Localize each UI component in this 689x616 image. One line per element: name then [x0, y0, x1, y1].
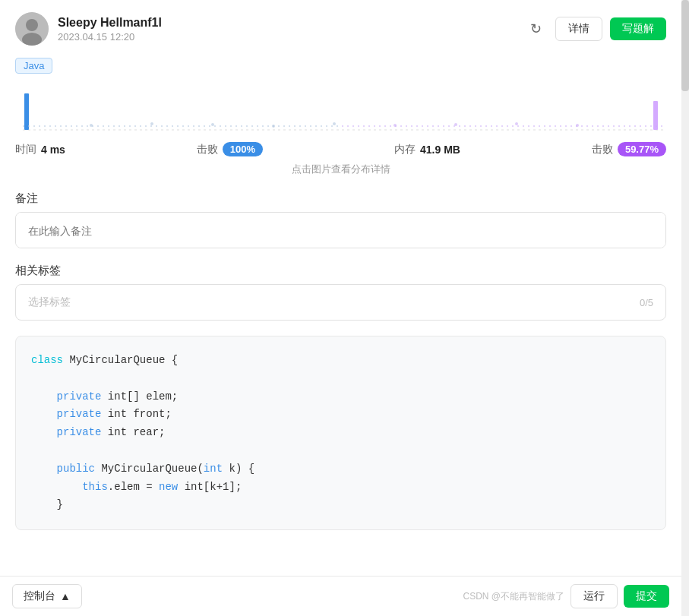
- code-line-9: }: [31, 496, 650, 514]
- memory-value: 41.9 MB: [420, 144, 460, 156]
- time-value: 4 ms: [41, 144, 65, 156]
- time-label: 时间: [15, 143, 36, 156]
- notes-label: 备注: [15, 191, 666, 206]
- code-line-4: private int front;: [31, 406, 650, 424]
- defeat1-stat: 击败 100%: [197, 142, 263, 156]
- scrollbar-thumb[interactable]: [681, 0, 689, 91]
- console-label: 控制台: [24, 589, 55, 603]
- svg-point-9: [333, 122, 336, 125]
- tags-label: 相关标签: [15, 264, 666, 278]
- console-chevron-icon: ▲: [60, 590, 71, 602]
- header: Sleepy Hellmanf1l 2023.04.15 12:20 ↻ 详情 …: [15, 12, 666, 46]
- header-actions: ↻ 详情 写题解: [524, 17, 666, 41]
- tags-placeholder: 选择标签: [28, 295, 71, 309]
- code-editor[interactable]: class MyCircularQueue { private int[] el…: [15, 336, 666, 530]
- code-line-5: private int rear;: [31, 424, 650, 442]
- timestamp: 2023.04.15 12:20: [58, 31, 162, 43]
- code-line-1: class MyCircularQueue {: [31, 352, 650, 370]
- detail-button[interactable]: 详情: [555, 17, 602, 41]
- defeat2-badge: 59.77%: [618, 142, 666, 156]
- code-line-2: [31, 370, 650, 388]
- chart-container: [15, 86, 666, 139]
- code-line-3: private int[] elem;: [31, 388, 650, 406]
- bottom-bar: 控制台 ▲ CSDN @不能再智能做了 运行 提交: [0, 576, 681, 616]
- svg-point-7: [211, 123, 214, 126]
- memory-stat: 内存 41.9 MB: [394, 143, 460, 156]
- submit-button[interactable]: 提交: [624, 585, 669, 608]
- chart-hint[interactable]: 点击图片查看分布详情: [15, 163, 666, 176]
- defeat2-stat: 击败 59.77%: [592, 142, 666, 156]
- chart-svg: [15, 86, 666, 139]
- refresh-button[interactable]: ↻: [524, 17, 548, 40]
- bottom-right-actions: CSDN @不能再智能做了 运行 提交: [463, 584, 669, 608]
- chart-area[interactable]: 时间 4 ms 击败 100% 内存 41.9 MB 击败 59.77%: [15, 86, 666, 176]
- code-line-7: public MyCircularQueue(int k) {: [31, 460, 650, 479]
- notes-input[interactable]: [15, 212, 666, 248]
- console-button[interactable]: 控制台 ▲: [12, 584, 82, 608]
- username: Sleepy Hellmanf1l: [58, 16, 162, 30]
- user-info: Sleepy Hellmanf1l 2023.04.15 12:20: [15, 12, 162, 46]
- time-stat: 时间 4 ms: [15, 143, 65, 156]
- stats-row: 时间 4 ms 击败 100% 内存 41.9 MB 击败 59.77%: [15, 142, 666, 156]
- code-line-8: this.elem = new int[k+1];: [31, 479, 650, 497]
- svg-point-11: [454, 123, 457, 126]
- defeat1-label: 击败: [197, 143, 218, 156]
- defeat2-label: 击败: [592, 143, 613, 156]
- avatar: [15, 12, 49, 46]
- scrollbar[interactable]: [681, 0, 689, 616]
- user-text: Sleepy Hellmanf1l 2023.04.15 12:20: [58, 16, 162, 43]
- defeat1-badge: 100%: [223, 142, 263, 156]
- tags-select[interactable]: 选择标签 0/5: [15, 284, 666, 321]
- csdn-watermark: CSDN @不能再智能做了: [463, 590, 564, 603]
- write-solution-button[interactable]: 写题解: [610, 17, 666, 40]
- run-button[interactable]: 运行: [570, 584, 618, 608]
- memory-label: 内存: [394, 143, 416, 156]
- svg-point-6: [150, 122, 153, 125]
- tags-count: 0/5: [640, 297, 653, 308]
- language-tag[interactable]: Java: [15, 58, 52, 74]
- svg-point-1: [26, 19, 38, 31]
- svg-rect-4: [24, 93, 29, 130]
- svg-point-12: [515, 122, 518, 125]
- code-line-6: [31, 442, 650, 460]
- svg-rect-14: [653, 101, 658, 130]
